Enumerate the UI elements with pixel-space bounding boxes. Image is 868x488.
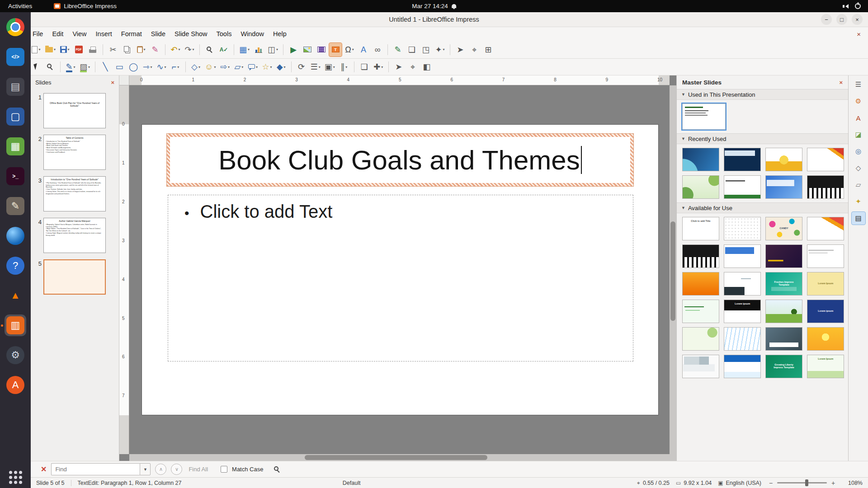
dock-libreoffice-impress-icon[interactable]: ▥ (5, 314, 26, 336)
menu-slide[interactable]: Slide (146, 28, 170, 39)
vertical-scrollbar-thumb[interactable] (670, 221, 675, 321)
content-placeholder[interactable]: • Click to add Text (168, 195, 633, 361)
zoom-percent[interactable]: 108% (843, 480, 863, 486)
menu-slide-show[interactable]: Slide Show (170, 28, 212, 39)
slide-thumbnail-4[interactable]: 4Author Gabriel García Márquez• Biograph… (33, 218, 115, 253)
menu-tools[interactable]: Tools (212, 28, 236, 39)
menu-insert[interactable]: Insert (91, 28, 117, 39)
glue-points-icon[interactable]: ⌖ (468, 43, 481, 56)
find-input[interactable] (51, 463, 140, 475)
rectangle-icon[interactable]: ▭ (113, 60, 126, 74)
find-next-button[interactable]: ∨ (171, 464, 182, 475)
find-and-replace-icon[interactable] (274, 466, 278, 471)
master-template-metropolis[interactable] (765, 244, 802, 268)
slides-panel-close-icon[interactable]: × (111, 79, 114, 86)
master-template-red-ribbon[interactable] (807, 148, 844, 171)
master-template-beehive-orange[interactable] (682, 272, 719, 296)
slide-title-text[interactable]: Book Club Goals and Themes (218, 145, 580, 176)
undo-icon[interactable]: ↶▾ (169, 43, 182, 56)
menu-edit[interactable]: Edit (47, 28, 68, 39)
navigator-icon[interactable]: ◎ (852, 145, 865, 158)
save-icon[interactable]: ▾ (58, 43, 71, 56)
glue-points-icon[interactable]: ⌖ (406, 60, 419, 74)
fill-color-icon[interactable]: ▨▾ (78, 60, 91, 74)
slide-thumb-image[interactable]: Table of Contents• Introduction to "One … (43, 135, 106, 170)
print-icon[interactable] (86, 43, 99, 56)
current-slide[interactable]: Book Club Goals and Themes • Click to ad… (142, 124, 659, 415)
dock-terminal-icon[interactable]: >_ (5, 165, 26, 187)
cut-icon[interactable]: ✂ (107, 43, 119, 56)
transformations-icon[interactable]: ✚▾ (372, 60, 385, 74)
slide-thumb-image[interactable]: Author Gabriel García Márquez• Biography… (43, 218, 106, 253)
slide-thumb-image[interactable]: Offline Book Club Plan for "One Hundred … (43, 93, 106, 128)
insert-special-character-icon[interactable]: Ω▾ (343, 43, 356, 56)
vertical-scrollbar[interactable] (670, 85, 676, 454)
symbol-shapes-icon[interactable]: ☺▾ (203, 60, 217, 74)
menu-help[interactable]: Help (269, 28, 291, 39)
align-objects-icon[interactable]: ☰▾ (309, 60, 322, 74)
master-slides-icon[interactable]: ▤ (852, 212, 865, 225)
master-template-grey-elegant[interactable] (765, 327, 802, 351)
close-document-icon[interactable]: × (857, 30, 868, 38)
master-template-plain-lines[interactable] (807, 244, 844, 268)
ellipse-icon[interactable]: ◯ (127, 60, 140, 74)
properties-icon[interactable]: ⚙ (852, 95, 865, 108)
dock-firefox-icon[interactable] (5, 225, 26, 247)
slide-thumbnail-5[interactable]: 5 (33, 259, 115, 295)
sidebar-settings-icon[interactable]: ☰ (852, 78, 865, 91)
dock-text-editor-icon[interactable]: ▤ (5, 76, 26, 98)
insert-audio-video-icon[interactable] (315, 43, 328, 56)
dock-settings-icon[interactable]: ⚙ (5, 344, 26, 366)
master-template-progress-blue[interactable] (724, 355, 761, 378)
styles-icon[interactable]: A (852, 112, 865, 124)
section-recently-used[interactable]: ▼ Recently Used (677, 133, 848, 144)
find-all-label[interactable]: Find All (189, 466, 208, 473)
language-status[interactable]: English (USA) (726, 480, 762, 486)
menu-file[interactable]: File (28, 28, 47, 39)
slide-thumb-image[interactable] (43, 259, 106, 295)
minimize-button[interactable]: − (821, 14, 832, 25)
insert-chart-icon[interactable] (252, 43, 265, 56)
edit-points-icon[interactable]: ➤ (392, 60, 405, 74)
master-template-blue-box[interactable] (724, 244, 761, 268)
master-template-piano[interactable] (807, 175, 844, 199)
master-template-vintage-pastel[interactable] (682, 327, 719, 351)
paste-icon[interactable]: ▾ (135, 43, 147, 56)
block-arrows-icon[interactable]: ⇨▾ (218, 60, 231, 74)
master-template-candy[interactable]: CANDY (765, 217, 802, 240)
spelling-icon[interactable]: A✓ (217, 43, 230, 56)
slide-thumb-image[interactable]: Introduction to "One Hundred Years of So… (43, 176, 106, 211)
dock-vlc-icon[interactable]: ▲ (5, 285, 26, 306)
master-template-green-report[interactable] (724, 175, 761, 199)
master-template-yellow-bar[interactable]: Lorem Ipsum (807, 272, 844, 296)
horizontal-scrollbar-thumb[interactable] (305, 455, 487, 460)
maximize-button[interactable]: □ (836, 14, 847, 25)
master-template-fresh[interactable]: Freshes Impress Template (765, 272, 802, 296)
master-template-forestbird[interactable] (682, 300, 719, 323)
find-history-dropdown[interactable]: ▼ (140, 463, 151, 475)
master-template-vivid-blue[interactable] (765, 175, 802, 199)
find-and-replace-icon[interactable] (203, 43, 216, 56)
gallery-icon[interactable]: ◪ (852, 128, 865, 141)
menu-window[interactable]: Window (236, 28, 269, 39)
new-document-icon[interactable]: ▾ (30, 43, 42, 56)
connectors-icon[interactable]: ⌐▾ (169, 60, 182, 74)
master-template-meadow[interactable]: Lorem Ipsum (807, 355, 844, 378)
match-case-checkbox[interactable] (221, 466, 227, 473)
clock-menu[interactable]: Mar 27 14:24 (412, 3, 456, 9)
master-template-piano-keys[interactable] (682, 244, 719, 268)
dock-libreoffice-calc-icon[interactable]: ▦ (5, 136, 26, 157)
master-template-pencil-blue[interactable]: Lorem ipsum (807, 300, 844, 323)
zoom-slider[interactable] (777, 482, 827, 483)
start-from-first-slide-icon[interactable]: ▶ (287, 43, 300, 56)
clone-formatting-icon[interactable]: ✎ (149, 43, 161, 56)
master-panel-close-icon[interactable]: × (839, 79, 843, 86)
system-status-menu[interactable] (845, 3, 868, 9)
activities-button[interactable]: Activities (0, 3, 40, 9)
insert-table-icon[interactable]: ▦▾ (238, 43, 251, 56)
horizontal-scrollbar[interactable] (129, 454, 670, 461)
section-used-in-presentation[interactable]: ▼ Used in This Presentation (677, 89, 848, 100)
show-grid-icon[interactable]: ⊞ (482, 43, 495, 56)
focused-app-indicator[interactable]: LibreOffice Impress (54, 3, 117, 9)
copy-icon[interactable] (121, 43, 133, 56)
